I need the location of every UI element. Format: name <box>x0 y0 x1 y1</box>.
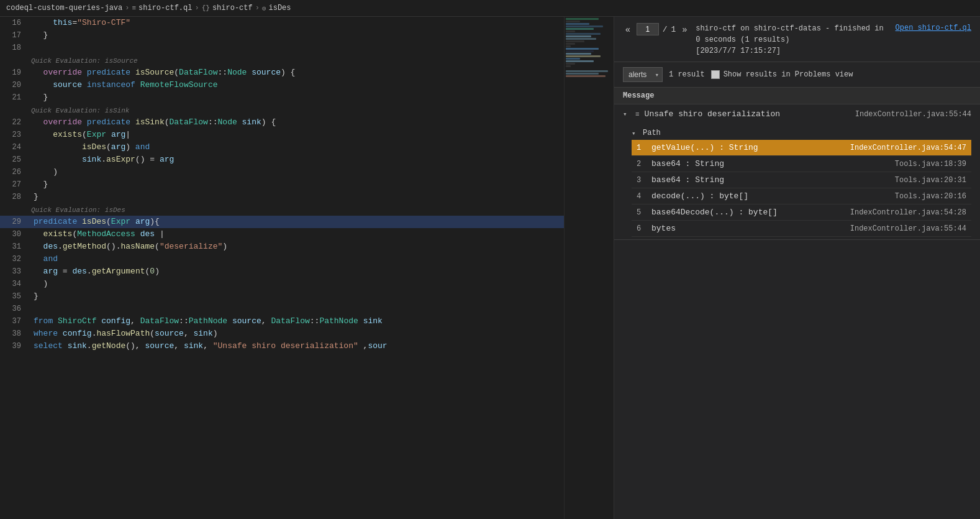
minimap-line <box>566 38 596 40</box>
code-line-25: 25 sink.asExpr() = arg <box>0 154 564 166</box>
code-area: 16 this="Shiro-CTF" 17 } 18 Quick Evalua… <box>0 17 614 519</box>
path-item-6[interactable]: 6 bytes IndexController.java:55:44 <box>632 221 971 237</box>
alerts-row: alerts 1 result Show results in Problems… <box>614 62 980 88</box>
line-num-19: 19 <box>0 67 31 79</box>
path-item-num-6: 6 <box>637 224 651 233</box>
path-item-num-1: 1 <box>637 144 651 152</box>
alerts-select[interactable]: alerts <box>623 67 663 82</box>
code-content-27: } <box>31 178 564 191</box>
breadcrumb-root[interactable]: codeql-custom-queries-java <box>6 4 122 12</box>
result-label-text: result <box>678 70 704 79</box>
pagination-current[interactable] <box>637 23 659 35</box>
code-line-39: 39 select sink.getNode(), source, sink, … <box>0 340 564 352</box>
path-item-text-2: base64 : String <box>651 159 895 168</box>
path-item-loc-2: Tools.java:18:39 <box>895 160 966 168</box>
pagination-next[interactable]: » <box>679 23 689 35</box>
breadcrumb-class[interactable]: shiro-ctf <box>212 4 253 12</box>
result-group-text: Unsafe shiro deserialization <box>645 109 850 119</box>
path-item-text-4: decode(...) : byte[] <box>651 191 895 201</box>
line-num-39: 39 <box>0 340 31 352</box>
results-header: « / 1 » shiro-ctf on shiro-ctf-datas - f… <box>614 17 980 62</box>
expand-icon[interactable]: ▾ <box>623 110 630 118</box>
code-line-16: 16 this="Shiro-CTF" <box>0 17 564 29</box>
line-num-31: 31 <box>0 241 31 253</box>
results-table[interactable]: Message ▾ ≡ Unsafe shiro deserialization… <box>614 88 980 519</box>
code-content-30: exists(MethodAccess des | <box>31 228 564 241</box>
breadcrumb-sep-3: › <box>255 4 260 12</box>
line-num-22: 22 <box>0 116 31 129</box>
minimap-line <box>566 60 594 62</box>
path-item-2[interactable]: 2 base64 : String Tools.java:18:39 <box>632 156 971 172</box>
show-problems-checkbox[interactable] <box>711 70 720 79</box>
breadcrumb-method[interactable]: isDes <box>269 4 291 12</box>
minimap-line <box>566 58 580 60</box>
path-item-3[interactable]: 3 base64 : String Tools.java:20:31 <box>632 172 971 188</box>
pagination-total: 1 <box>671 25 676 34</box>
minimap <box>564 17 614 519</box>
line-num-16: 16 <box>0 17 31 29</box>
code-content-38: where config.hasFlowPath(source, sink) <box>31 328 564 340</box>
list-file-icon: ≡ <box>132 4 136 12</box>
path-item-text-6: bytes <box>651 224 850 233</box>
minimap-line <box>566 40 584 42</box>
code-line-36: 36 <box>0 303 564 315</box>
show-problems[interactable]: Show results in Problems view <box>711 70 853 79</box>
code-content-35: } <box>31 290 564 303</box>
line-num-36: 36 <box>0 303 31 315</box>
minimap-line <box>566 45 571 47</box>
line-num-33: 33 <box>0 265 31 278</box>
quick-eval-isdes: Quick Evaluation: isDes <box>0 203 564 216</box>
minimap-line <box>566 73 599 75</box>
path-item-loc-3: Tools.java:20:31 <box>895 176 966 185</box>
line-num-35: 35 <box>0 290 31 303</box>
result-count: 1 result <box>669 70 705 79</box>
path-item-loc-5: IndexController.java:54:28 <box>850 208 966 217</box>
quick-eval-issink: Quick Evaluation: isSink <box>0 104 564 116</box>
line-num-20: 20 <box>0 79 31 91</box>
minimap-line <box>566 53 591 55</box>
code-content-22: override predicate isSink(DataFlow::Node… <box>31 116 564 129</box>
code-line-34: 34 ) <box>0 278 564 290</box>
minimap-line <box>566 30 575 32</box>
pagination-prev[interactable]: « <box>623 23 633 35</box>
path-item-4[interactable]: 4 decode(...) : byte[] Tools.java:20:16 <box>632 188 971 204</box>
braces-icon: {} <box>202 4 210 12</box>
path-section: ▾ Path 1 getValue(...) : String IndexCon… <box>614 124 980 239</box>
path-item-loc-6: IndexController.java:55:44 <box>850 224 966 233</box>
breadcrumb-sep-1: › <box>125 4 129 12</box>
code-panel[interactable]: 16 this="Shiro-CTF" 17 } 18 Quick Evalua… <box>0 17 564 519</box>
minimap-line <box>566 48 599 50</box>
results-status-line1: shiro-ctf on shiro-ctf-datas - finished … <box>696 23 889 34</box>
code-content-17: } <box>31 29 564 42</box>
code-content-24: isDes(arg) and <box>31 141 564 154</box>
line-num-27: 27 <box>0 178 31 191</box>
code-content-31: des.getMethod().hasName("deserialize") <box>31 241 564 253</box>
right-panel: « / 1 » shiro-ctf on shiro-ctf-datas - f… <box>614 17 980 519</box>
code-content-28: } <box>31 191 564 203</box>
code-content-32: and <box>31 253 564 265</box>
results-status: shiro-ctf on shiro-ctf-datas - finished … <box>696 23 889 57</box>
code-line-38: 38 where config.hasFlowPath(source, sink… <box>0 328 564 340</box>
path-item-1[interactable]: 1 getValue(...) : String IndexController… <box>632 140 971 156</box>
line-num-30: 30 <box>0 228 31 241</box>
open-ql-link[interactable]: Open shiro-ctf.ql <box>896 23 971 34</box>
code-content-16: this="Shiro-CTF" <box>31 17 564 29</box>
path-header[interactable]: ▾ Path <box>632 126 971 140</box>
path-expand-icon[interactable]: ▾ <box>632 129 639 137</box>
minimap-line <box>566 21 580 22</box>
path-item-num-2: 2 <box>637 160 651 168</box>
line-num-17: 17 <box>0 29 31 42</box>
code-line-24: 24 isDes(arg) and <box>0 141 564 154</box>
code-line-18: 18 <box>0 42 564 54</box>
breadcrumb-file[interactable]: shiro-ctf.ql <box>138 4 192 12</box>
line-num-25: 25 <box>0 154 31 166</box>
result-group-header[interactable]: ▾ ≡ Unsafe shiro deserialization IndexCo… <box>614 104 980 124</box>
minimap-line <box>566 35 591 37</box>
path-item-5[interactable]: 5 base64Decode(...) : byte[] IndexContro… <box>632 204 971 221</box>
minimap-line <box>566 50 594 52</box>
line-num-32: 32 <box>0 253 31 265</box>
path-item-num-5: 5 <box>637 208 651 217</box>
code-line-23: 23 exists(Expr arg| <box>0 129 564 141</box>
code-line-29: 29 predicate isDes(Expr arg){ <box>0 216 564 228</box>
code-line-21: 21 } <box>0 91 564 104</box>
